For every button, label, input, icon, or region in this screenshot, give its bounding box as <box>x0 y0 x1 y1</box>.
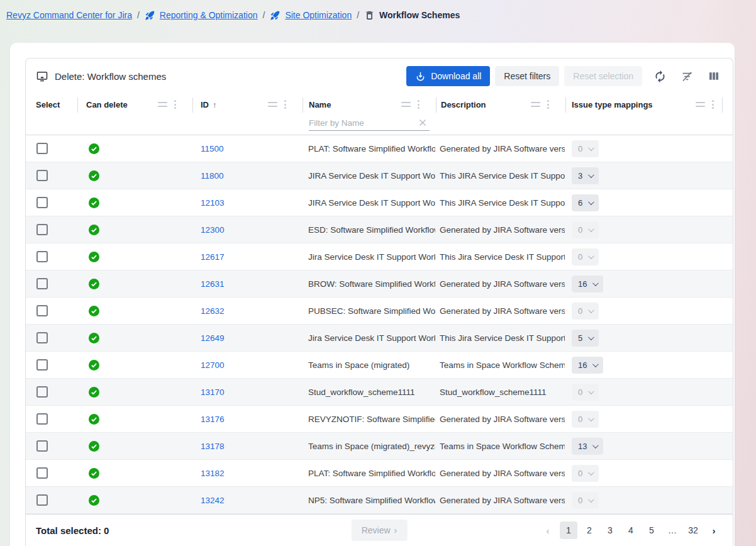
total-selected-label: Total selected: 0 <box>36 525 109 536</box>
row-checkbox[interactable] <box>36 386 48 398</box>
row-checkbox[interactable] <box>36 440 48 452</box>
column-label: Description <box>441 100 486 109</box>
row-checkbox[interactable] <box>36 305 48 316</box>
mappings-dropdown[interactable]: 0 <box>572 465 599 482</box>
monitor-icon <box>36 70 48 82</box>
column-menu-icon[interactable] <box>547 100 549 109</box>
table-row: 12632 PUBSEC: Software Simplified Workfl… <box>26 298 733 325</box>
column-header-issue-type-mappings[interactable]: Issue type mappings <box>565 94 733 115</box>
sort-ascending-icon[interactable]: ↑ <box>213 100 217 109</box>
row-can-delete-cell <box>77 243 192 270</box>
mappings-dropdown[interactable]: 0 <box>572 411 599 428</box>
table-row: 13170 Stud_workflow_scheme1111 Stud_work… <box>26 379 733 406</box>
column-filter-icon[interactable] <box>268 102 277 107</box>
column-header-select: Select <box>26 94 77 115</box>
row-description-cell: Teams in Space Workflow Schemes <box>436 433 565 459</box>
row-checkbox[interactable] <box>36 413 48 425</box>
breadcrumb-link-command-center[interactable]: Revyz Command Center for Jira <box>6 10 132 20</box>
row-checkbox[interactable] <box>36 143 48 154</box>
row-checkbox[interactable] <box>36 467 48 479</box>
scheme-id-link[interactable]: 12649 <box>201 333 225 343</box>
scheme-id-link[interactable]: 13242 <box>201 496 225 505</box>
row-checkbox[interactable] <box>36 251 48 262</box>
mappings-dropdown[interactable]: 5 <box>572 330 599 347</box>
mappings-dropdown[interactable]: 0 <box>572 140 599 157</box>
column-header-description[interactable]: Description <box>436 94 565 115</box>
pagination-page-3[interactable]: 3 <box>601 521 619 539</box>
row-checkbox[interactable] <box>36 494 48 506</box>
mappings-count: 0 <box>578 252 582 262</box>
column-header-name[interactable]: Name <box>303 94 436 115</box>
row-mappings-cell: 0 <box>565 460 733 486</box>
row-checkbox[interactable] <box>36 170 48 181</box>
row-name-cell: Teams in Space (migrated) <box>303 352 436 378</box>
row-checkbox[interactable] <box>36 224 48 235</box>
row-checkbox[interactable] <box>36 197 48 208</box>
scheme-name: REVYZNOTIF: Software Simplified W <box>308 415 435 424</box>
columns-icon <box>708 70 720 82</box>
scheme-description: Generated by JIRA Software version 7 <box>440 496 565 505</box>
row-description-cell: This Jira Service Desk IT Support Workfl… <box>436 325 565 351</box>
scheme-id-link[interactable]: 12700 <box>201 360 225 370</box>
mappings-dropdown[interactable]: 0 <box>572 248 599 265</box>
scheme-id-link[interactable]: 12632 <box>201 306 225 316</box>
reset-selection-button[interactable]: Reset selection <box>564 66 642 86</box>
row-checkbox[interactable] <box>36 278 48 289</box>
row-name-cell: Jira Service Desk IT Support Workflow <box>303 325 436 351</box>
mappings-dropdown[interactable]: 0 <box>572 303 599 320</box>
rocket-icon <box>270 10 281 21</box>
pagination-next-button[interactable]: › <box>705 521 723 539</box>
column-settings-button[interactable] <box>705 67 723 85</box>
chevron-down-icon <box>588 496 594 503</box>
clear-filter-button[interactable] <box>678 67 696 86</box>
scheme-id-link[interactable]: 13176 <box>201 415 225 424</box>
column-filter-icon[interactable] <box>158 102 167 107</box>
column-menu-icon[interactable] <box>284 100 286 109</box>
pagination-page-2[interactable]: 2 <box>581 521 598 539</box>
row-select-cell <box>26 352 77 378</box>
pagination-page-5[interactable]: 5 <box>643 521 660 539</box>
scheme-id-link[interactable]: 12103 <box>201 198 225 208</box>
chevron-down-icon <box>588 469 594 476</box>
clear-filter-x-icon[interactable] <box>416 118 430 127</box>
scheme-id-link[interactable]: 13182 <box>201 469 225 478</box>
review-button[interactable]: Review › <box>352 520 408 541</box>
row-checkbox[interactable] <box>36 332 48 343</box>
mappings-dropdown[interactable]: 16 <box>572 276 603 292</box>
scheme-id-link[interactable]: 12300 <box>201 225 225 235</box>
column-header-can-delete[interactable]: Can delete <box>77 94 192 115</box>
scheme-id-link[interactable]: 13178 <box>201 442 225 451</box>
breadcrumb-link-reporting-optimization[interactable]: Reporting & Optimization <box>160 10 258 20</box>
mappings-dropdown[interactable]: 13 <box>572 438 603 455</box>
pagination-page-32[interactable]: 32 <box>684 521 702 539</box>
mappings-count: 6 <box>578 198 582 208</box>
refresh-button[interactable] <box>651 67 669 86</box>
column-menu-icon[interactable] <box>712 100 714 109</box>
mappings-dropdown[interactable]: 6 <box>572 194 599 211</box>
scheme-id-link[interactable]: 12631 <box>201 279 225 289</box>
pagination-page-1[interactable]: 1 <box>560 521 577 539</box>
column-menu-icon[interactable] <box>174 100 176 109</box>
scheme-id-link[interactable]: 12617 <box>201 252 225 262</box>
name-filter-input[interactable] <box>309 118 416 128</box>
row-mappings-cell: 0 <box>565 298 733 324</box>
mappings-dropdown[interactable]: 16 <box>572 357 603 374</box>
scheme-id-link[interactable]: 11800 <box>201 171 224 181</box>
breadcrumb-link-site-optimization[interactable]: Site Optimization <box>285 10 352 20</box>
mappings-dropdown[interactable]: 3 <box>572 167 599 184</box>
reset-filters-button[interactable]: Reset filters <box>495 66 559 86</box>
mappings-dropdown[interactable]: 0 <box>572 221 599 238</box>
column-header-id[interactable]: ID ↑ <box>192 94 303 115</box>
column-menu-icon[interactable] <box>418 100 420 109</box>
scheme-id-link[interactable]: 11500 <box>201 144 224 153</box>
column-filter-icon[interactable] <box>401 102 411 107</box>
pagination-page-4[interactable]: 4 <box>622 521 640 539</box>
mappings-dropdown[interactable]: 0 <box>572 384 599 401</box>
column-filter-icon[interactable] <box>696 102 705 107</box>
row-checkbox[interactable] <box>36 359 48 370</box>
scheme-id-link[interactable]: 13170 <box>201 387 225 397</box>
download-all-button[interactable]: Download all <box>406 66 490 86</box>
mappings-dropdown[interactable]: 0 <box>572 492 599 509</box>
column-filter-icon[interactable] <box>531 102 540 107</box>
pagination-prev-button[interactable]: ‹ <box>539 521 557 539</box>
